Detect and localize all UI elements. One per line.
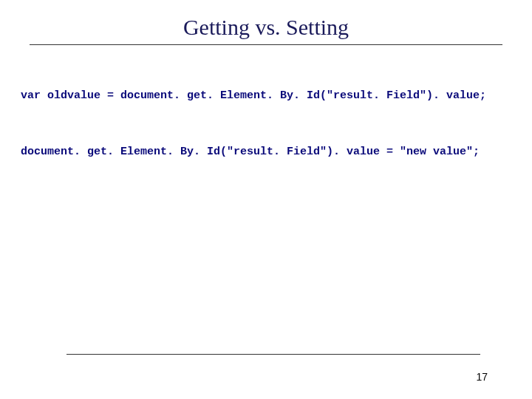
slide: Getting vs. Setting var oldvalue = docum… xyxy=(0,0,532,399)
code-block: var oldvalue = document. get. Element. B… xyxy=(0,45,532,202)
slide-title: Getting vs. Setting xyxy=(0,0,532,44)
footer-rule xyxy=(66,354,480,355)
code-line-1: var oldvalue = document. get. Element. B… xyxy=(21,89,511,103)
page-number: 17 xyxy=(476,371,488,383)
code-line-2: document. get. Element. By. Id("result. … xyxy=(21,146,511,159)
